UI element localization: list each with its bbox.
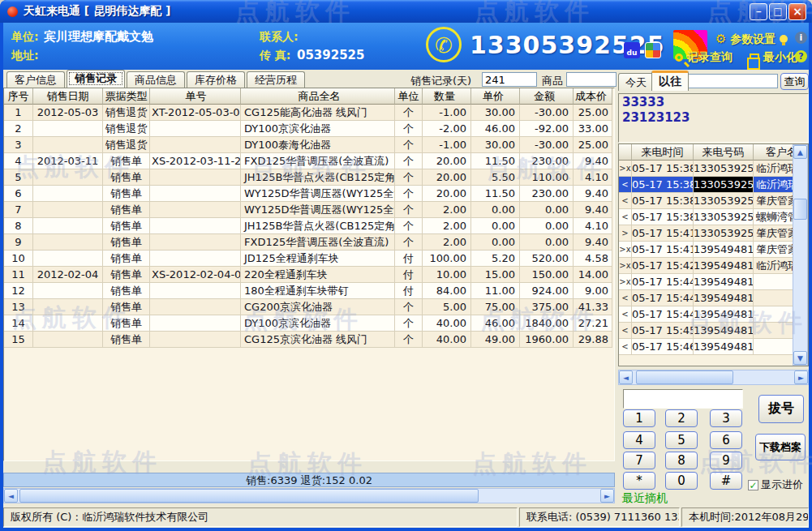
call-in-icon: < [619, 306, 632, 323]
scroll-thumb[interactable] [793, 199, 807, 220]
key-7[interactable]: 7 [623, 452, 655, 469]
column-header[interactable]: 金额 [520, 88, 574, 105]
recent-offhook-label[interactable]: 最近摘机 [622, 491, 668, 506]
show-cost-checkbox[interactable]: ✓ 显示进价 [748, 477, 803, 492]
sales-hscrollbar[interactable]: ◄ ► [3, 488, 615, 503]
info-icon[interactable]: i [795, 32, 807, 44]
column-header[interactable]: 单号 [150, 88, 241, 105]
help-icon[interactable]: ? [795, 50, 807, 62]
table-row[interactable]: 5销售单JH125B华普点火器(CB125定角)个20.005.50110.00… [4, 169, 614, 186]
product-input[interactable] [566, 72, 617, 87]
column-header[interactable]: 来电时间 [632, 144, 694, 161]
tab-库存价格[interactable]: 库存价格 [187, 71, 245, 88]
call-row[interactable]: >x05-17 15:4213954948128临沂鸿瑞 [619, 258, 808, 274]
key-*[interactable]: * [623, 472, 655, 490]
call-vscrollbar[interactable]: ▲ ▼ [793, 144, 808, 366]
close-button[interactable]: × [788, 3, 806, 20]
call-row[interactable]: <05-17 15:4413954948128 [619, 306, 808, 323]
settings-menu[interactable]: ⚙ 参数设置 [715, 32, 788, 47]
key-9[interactable]: 9 [710, 452, 742, 469]
key-6[interactable]: 6 [710, 431, 742, 449]
sales-days-input[interactable] [482, 72, 537, 87]
call-search-input[interactable] [686, 74, 778, 88]
google-icon[interactable] [645, 42, 661, 58]
key-#[interactable]: # [710, 472, 742, 490]
dial-button[interactable]: 拔号 [758, 395, 804, 423]
key-0[interactable]: 0 [665, 472, 698, 490]
key-3[interactable]: 3 [710, 409, 742, 427]
column-header[interactable]: 序号 [4, 88, 33, 105]
table-row[interactable]: 9销售单FXD125华普调压器(全波直流)个2.000.000.009.40 [4, 234, 614, 251]
column-header[interactable]: 成本价 [574, 88, 612, 105]
scroll-left-icon[interactable]: ◄ [4, 489, 18, 503]
scroll-up-icon[interactable]: ▲ [793, 145, 807, 159]
cell: FXD125华普调压器(全波直流) [241, 153, 395, 169]
scroll-thumb[interactable] [636, 370, 733, 384]
minimize-button[interactable]: － [750, 3, 767, 20]
scroll-right-icon[interactable]: ► [794, 370, 808, 384]
call-row[interactable]: >x05-17 15:4113954948128肇庆管家 [619, 242, 808, 258]
tab-客户信息[interactable]: 客户信息 [6, 71, 65, 88]
statusbar-copyright: 版权所有 (C)：临沂鸿瑞软件技术有限公司 [3, 507, 518, 527]
table-row[interactable]: 6销售单WY125D华普调压器(WY125全波直流)个20.0011.50230… [4, 186, 614, 202]
column-header[interactable]: 票据类型 [103, 88, 150, 105]
table-row[interactable]: 12销售单180全程通刹车块带钉付84.0011.00924.009.00 [4, 283, 614, 299]
query-button[interactable]: 查询 [780, 73, 809, 90]
cell: DY100京滨化油器 [241, 315, 395, 332]
table-row[interactable]: 13销售单CG200京滨化油器个5.0075.00375.0041.33 [4, 299, 614, 315]
column-header[interactable]: 单位 [395, 88, 423, 105]
cell [150, 234, 241, 251]
column-header[interactable]: 单价 [471, 88, 520, 105]
table-row[interactable]: 7销售单WY125D华普调压器(WY125全波直流)个2.000.000.009… [4, 202, 614, 218]
scroll-thumb[interactable] [19, 489, 479, 503]
call-row[interactable]: <05-17 15:4613954948128 [619, 339, 808, 355]
memo-box[interactable]: 3333323123123 [618, 93, 809, 143]
scroll-down-icon[interactable]: ▼ [793, 351, 807, 365]
key-4[interactable]: 4 [623, 431, 655, 449]
cell: 25.00 [574, 137, 612, 153]
cell: 14 [4, 315, 33, 332]
scroll-left-icon[interactable]: ◄ [619, 370, 633, 384]
call-row[interactable]: <05-17 15:4413954948128 [619, 290, 808, 306]
baidu-icon[interactable]: du [624, 42, 640, 58]
table-row[interactable]: 42012-03-11销售单XS-2012-03-11-236FXD125华普调… [4, 153, 614, 169]
call-row[interactable]: >x05-17 15:3813305392525临沂鸿瑞 [619, 161, 808, 177]
key-8[interactable]: 8 [665, 452, 698, 469]
table-row[interactable]: 14销售单DY100京滨化油器个40.0046.001840.0027.21 [4, 315, 614, 332]
tab-商品信息[interactable]: 商品信息 [127, 71, 185, 88]
table-row[interactable]: 12012-05-03销售退货XT-2012-05-03-011CG125能高化… [4, 105, 614, 121]
tab-past[interactable]: 以往 [651, 71, 689, 91]
call-row[interactable]: <05-17 15:3813305392525螺蛳湾管 [619, 209, 808, 225]
table-row[interactable]: 15销售单CG125京滨化油器 线风门个40.0049.001960.0029.… [4, 332, 614, 348]
table-row[interactable]: 10销售单JD125全程通刹车块付100.005.20520.004.58 [4, 251, 614, 267]
call-hscrollbar[interactable]: ◄ ► [618, 370, 809, 385]
column-header[interactable]: 商品全名 [241, 88, 395, 105]
tab-销售记录[interactable]: 销售记录 [67, 70, 125, 88]
table-row[interactable]: 8销售单JH125B华普点火器(CB125定角)个2.000.000.004.1… [4, 218, 614, 234]
maximize-button[interactable]: □ [769, 3, 787, 20]
minimize-menu[interactable]: 最小化 [750, 50, 797, 65]
tab-经营历程[interactable]: 经营历程 [247, 71, 305, 88]
fax-label: 传 真: [260, 49, 290, 63]
call-row[interactable]: <05-17 15:3813305392525肇庆管家 [619, 193, 808, 209]
download-archive-button[interactable]: 下载档案 [755, 434, 806, 460]
column-header[interactable]: 数量 [423, 88, 471, 105]
table-row[interactable]: 3销售退货DY100泰海化油器个-1.0030.00-30.0025.00 [4, 137, 614, 153]
column-header[interactable] [619, 144, 632, 161]
key-5[interactable]: 5 [665, 431, 698, 449]
call-row[interactable]: >x05-17 15:4413954948128 [619, 274, 808, 290]
key-1[interactable]: 1 [623, 409, 655, 427]
scroll-right-icon[interactable]: ► [600, 489, 614, 503]
call-row[interactable]: >05-17 15:4113305392525肇庆管家 [619, 225, 808, 242]
cell: 1840.00 [520, 315, 574, 332]
call-row[interactable]: <05-17 15:4513954948128 [619, 323, 808, 339]
table-row[interactable]: 2销售退货DY100京滨化油器个-2.0046.00-92.0033.00 [4, 121, 614, 137]
column-header[interactable]: 来电号码 [694, 144, 754, 161]
dial-number-input[interactable] [623, 389, 743, 409]
tab-today[interactable]: 今天 [618, 73, 654, 91]
table-row[interactable]: 112012-02-04销售单XS-2012-02-04-033220全程通刹车… [4, 267, 614, 283]
record-query-menu[interactable]: 记录查询 [675, 50, 733, 65]
call-row[interactable]: <05-17 15:3813305392525临沂鸿瑞 [619, 177, 808, 193]
key-2[interactable]: 2 [665, 409, 698, 427]
column-header[interactable]: 销售日期 [33, 88, 103, 105]
